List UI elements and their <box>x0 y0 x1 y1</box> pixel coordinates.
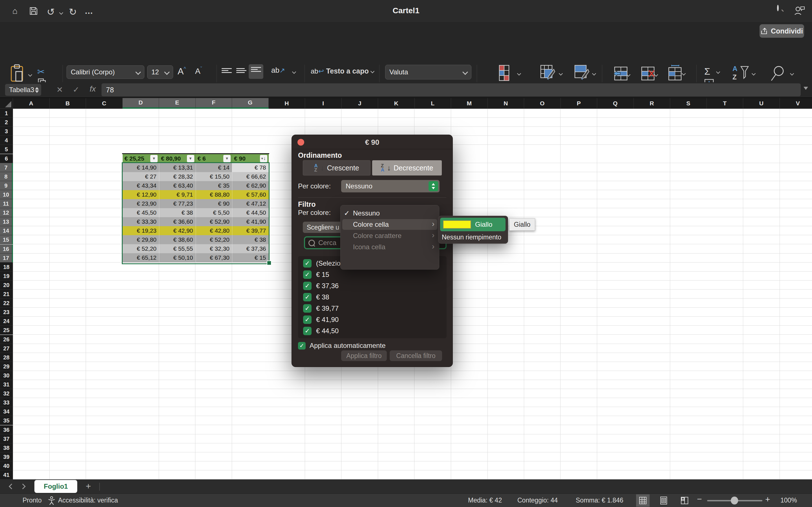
add-sheet-icon[interactable]: + <box>86 481 91 492</box>
filter-dropdown-button[interactable]: ▼ <box>187 155 194 162</box>
column-header-E[interactable]: E <box>159 98 196 109</box>
align-middle-icon[interactable] <box>236 67 246 74</box>
column-header-P[interactable]: P <box>561 98 598 109</box>
page-break-view-button[interactable] <box>678 494 691 507</box>
row-header-40[interactable]: 40 <box>0 461 13 470</box>
align-bottom-button-selected[interactable] <box>249 64 263 79</box>
column-header-H[interactable]: H <box>269 98 305 109</box>
table-cell[interactable]: € 33,30 <box>123 217 159 226</box>
cancel-entry-icon[interactable]: ✕ <box>56 85 63 94</box>
row-header-16[interactable]: 16 <box>0 244 13 253</box>
row-header-32[interactable]: 32 <box>0 389 13 398</box>
next-sheet-icon[interactable] <box>20 484 26 489</box>
filter-dropdown-button[interactable]: ▼ <box>223 155 231 162</box>
share-button[interactable]: Condividi <box>760 24 804 38</box>
select-all-corner[interactable] <box>0 98 13 109</box>
table-cell[interactable]: € 36,60 <box>159 217 196 226</box>
search-icon[interactable] <box>777 6 779 11</box>
sort-ascending-button[interactable]: AZ ↓ Crescente <box>303 160 370 175</box>
sort-descending-button[interactable]: ZA ↓ Decrescente <box>372 160 442 175</box>
align-top-icon[interactable] <box>221 67 232 74</box>
row-header-38[interactable]: 38 <box>0 443 13 452</box>
column-header-U[interactable]: U <box>743 98 780 109</box>
row-header-11[interactable]: 11 <box>0 199 13 208</box>
checkbox-checked-icon[interactable]: ✓ <box>303 304 312 313</box>
name-box-stepper-icon[interactable] <box>35 87 39 93</box>
choose-filter-type-button[interactable]: Scegliere u <box>303 222 341 233</box>
wrap-text-button[interactable]: ab↩ Testo a capo <box>311 67 374 75</box>
zoom-out-button[interactable]: − <box>697 494 702 504</box>
row-header-29[interactable]: 29 <box>0 362 13 371</box>
row-header-2[interactable]: 2 <box>0 118 13 127</box>
column-header-J[interactable]: J <box>342 98 378 109</box>
checkbox-checked-icon[interactable]: ✓ <box>303 270 312 279</box>
table-cell[interactable]: € 88,80 <box>196 190 232 199</box>
auto-apply-row[interactable]: ✓ Applica automaticamente <box>298 342 386 349</box>
orientation-icon[interactable]: ab↗ <box>271 66 285 75</box>
table-cell[interactable]: € 43,34 <box>123 181 159 190</box>
row-header-17[interactable]: 17 <box>0 253 13 263</box>
column-header-S[interactable]: S <box>670 98 707 109</box>
table-cell[interactable]: € 23,90 <box>123 199 159 208</box>
table-cell[interactable]: € 28,32 <box>159 172 196 181</box>
sheet-tab-foglio1[interactable]: Foglio1 <box>35 480 77 493</box>
sort-by-color-select[interactable]: Nessuno <box>341 180 440 192</box>
table-cell[interactable]: € 67,30 <box>196 253 232 262</box>
column-header-V[interactable]: V <box>780 98 812 109</box>
formula-input[interactable]: 78 <box>101 83 801 96</box>
orientation-chevron-icon[interactable] <box>292 70 296 74</box>
column-header-T[interactable]: T <box>707 98 744 109</box>
row-header-14[interactable]: 14 <box>0 226 13 235</box>
row-header-35[interactable]: 35 <box>0 416 13 425</box>
row-header-12[interactable]: 12 <box>0 208 13 217</box>
row-header-20[interactable]: 20 <box>0 281 13 290</box>
row-header-37[interactable]: 37 <box>0 434 13 443</box>
table-cell[interactable]: € 52,20 <box>196 235 232 244</box>
font-size-select[interactable]: 12 <box>147 65 173 79</box>
table-cell[interactable]: € 45,50 <box>123 208 159 217</box>
column-header-R[interactable]: R <box>634 98 670 109</box>
table-cell[interactable]: € 5,50 <box>196 208 232 217</box>
table-cell[interactable]: € 38 <box>159 208 196 217</box>
autosum-chevron-icon[interactable] <box>716 70 720 74</box>
checkbox-checked-icon[interactable]: ✓ <box>303 327 312 335</box>
no-fill-option[interactable]: Nessun riempimento <box>442 232 501 242</box>
name-box[interactable]: Tabella3 <box>5 84 41 96</box>
table-cell[interactable]: € 42,80 <box>196 226 232 235</box>
table-cell[interactable]: € 32,30 <box>196 244 232 253</box>
filter-list-item[interactable]: ✓€ 39,77 <box>298 303 447 314</box>
filter-dropdown-button[interactable]: ▼ <box>150 155 158 162</box>
row-header-23[interactable]: 23 <box>0 307 13 317</box>
row-header-22[interactable]: 22 <box>0 298 13 307</box>
row-header-25[interactable]: 25 <box>0 326 13 335</box>
zoom-in-button[interactable]: + <box>765 495 770 504</box>
confirm-entry-icon[interactable]: ✓ <box>73 85 79 94</box>
column-header-L[interactable]: L <box>415 98 451 109</box>
table-cell[interactable]: € 66,62 <box>232 172 269 181</box>
filter-list-item[interactable]: ✓€ 37,36 <box>298 280 447 291</box>
row-header-13[interactable]: 13 <box>0 217 13 226</box>
menu-item-nessuno[interactable]: ✓Nessuno <box>341 208 439 219</box>
table-cell[interactable]: € 50,10 <box>159 253 196 262</box>
column-header-G[interactable]: G <box>232 98 269 109</box>
prev-sheet-icon[interactable] <box>9 484 14 489</box>
table-cell[interactable]: € 14,90 <box>123 163 159 172</box>
row-header-36[interactable]: 36 <box>0 425 13 434</box>
row-header-24[interactable]: 24 <box>0 317 13 326</box>
column-header-F[interactable]: F <box>196 98 232 109</box>
row-header-34[interactable]: 34 <box>0 407 13 416</box>
normal-view-button[interactable] <box>636 494 650 507</box>
row-header-19[interactable]: 19 <box>0 272 13 281</box>
row-header-7[interactable]: 7 <box>0 163 13 172</box>
table-cell[interactable]: € 38 <box>232 235 269 244</box>
row-header-3[interactable]: 3 <box>0 127 13 136</box>
people-icon[interactable] <box>794 6 805 16</box>
column-header-K[interactable]: K <box>378 98 415 109</box>
column-header-B[interactable]: B <box>50 98 86 109</box>
checkbox-checked-icon[interactable]: ✓ <box>303 293 312 301</box>
table-cell[interactable]: € 65,12 <box>123 253 159 262</box>
table-cell[interactable]: € 27 <box>123 172 159 181</box>
zoom-slider-knob[interactable] <box>731 497 738 504</box>
table-cell[interactable]: € 9,71 <box>159 190 196 199</box>
decrease-font-button[interactable]: Aˇ <box>195 66 202 76</box>
